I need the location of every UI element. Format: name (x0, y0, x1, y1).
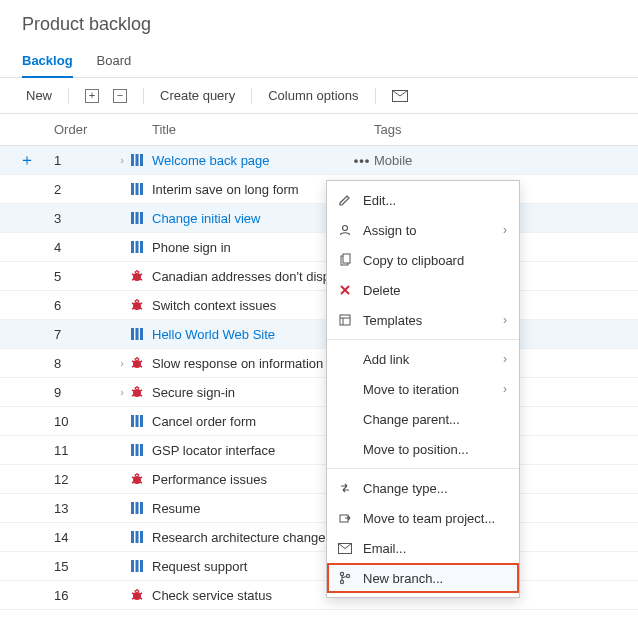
expand-toggle[interactable]: › (114, 386, 130, 398)
table-row[interactable]: 2Interim save on long form (0, 175, 638, 204)
menu-item-label: Edit... (363, 193, 507, 208)
menu-item-change-type[interactable]: Change type... (327, 473, 519, 503)
svg-line-34 (132, 361, 134, 362)
add-row-button[interactable]: ＋ (0, 150, 54, 171)
expand-toggle[interactable]: › (114, 357, 130, 369)
svg-point-40 (133, 389, 141, 397)
column-options-button[interactable]: Column options (264, 86, 362, 105)
row-title: Check service status (152, 588, 350, 603)
table-row[interactable]: 15Request support (0, 552, 638, 581)
bug-icon (130, 356, 152, 370)
row-order: 14 (54, 530, 114, 545)
svg-line-17 (132, 279, 134, 280)
column-header-order[interactable]: Order (54, 122, 114, 137)
table-row[interactable]: 8›Slow response on information (0, 349, 638, 378)
menu-item-new-branch[interactable]: New branch... (327, 563, 519, 593)
svg-point-90 (340, 580, 343, 583)
svg-point-46 (135, 387, 137, 389)
menu-item-label: Move to iteration (363, 382, 493, 397)
svg-line-18 (140, 279, 142, 280)
svg-line-42 (132, 390, 134, 391)
menu-item-email[interactable]: Email... (327, 533, 519, 563)
menu-item-move-to-iteration[interactable]: Move to iteration› (327, 374, 519, 404)
pbi-icon (130, 211, 152, 225)
row-title: Canadian addresses don't disp (152, 269, 350, 284)
create-query-button[interactable]: Create query (156, 86, 239, 105)
table-row[interactable]: 11GSP locator interface (0, 436, 638, 465)
tab-label: Board (97, 53, 132, 68)
table-row[interactable]: 4Phone sign in (0, 233, 638, 262)
menu-item-add-link[interactable]: Add link› (327, 344, 519, 374)
tab-backlog[interactable]: Backlog (22, 47, 73, 78)
pbi-icon (130, 443, 152, 457)
table-row[interactable]: 3Change initial view (0, 204, 638, 233)
table-row[interactable]: 10Cancel order form (0, 407, 638, 436)
row-title: Phone sign in (152, 240, 350, 255)
tab-board[interactable]: Board (97, 47, 132, 77)
row-order: 13 (54, 501, 114, 516)
table-row[interactable]: 6Switch context issues (0, 291, 638, 320)
row-order: 5 (54, 269, 114, 284)
table-row[interactable]: ＋1›Welcome back page•••Mobile (0, 146, 638, 175)
svg-rect-67 (140, 531, 143, 543)
pbi-icon (130, 501, 152, 515)
email-toolbar-button[interactable] (388, 88, 412, 104)
menu-item-edit[interactable]: Edit... (327, 185, 519, 215)
column-header-title[interactable]: Title (152, 122, 350, 137)
blank-icon (337, 381, 353, 397)
column-header-tags[interactable]: Tags (374, 122, 638, 137)
row-title[interactable]: Hello World Web Site (152, 327, 350, 342)
blank-icon (337, 351, 353, 367)
blank-icon (337, 441, 353, 457)
ellipsis-icon: ••• (354, 153, 371, 168)
change-type-icon (337, 480, 353, 496)
row-title: Switch context issues (152, 298, 350, 313)
table-row[interactable]: 14Research architecture changes (0, 523, 638, 552)
row-tags: Mobile (374, 153, 638, 168)
table-row[interactable]: 12Performance issues (0, 465, 638, 494)
svg-point-89 (340, 572, 343, 575)
svg-rect-81 (343, 254, 350, 263)
menu-item-change-parent[interactable]: Change parent... (327, 404, 519, 434)
row-order: 2 (54, 182, 114, 197)
row-title-text: Canadian addresses don't disp (152, 269, 330, 284)
row-title[interactable]: Welcome back page (152, 153, 350, 168)
edit-icon (337, 192, 353, 208)
menu-item-copy-to-clipboard[interactable]: Copy to clipboard (327, 245, 519, 275)
svg-line-74 (140, 593, 142, 594)
row-title-text: Performance issues (152, 472, 267, 487)
expand-toggle[interactable]: › (114, 154, 130, 166)
row-actions-button[interactable]: ••• (350, 153, 374, 168)
svg-line-26 (140, 308, 142, 309)
row-title: Secure sign-in (152, 385, 350, 400)
table-row[interactable]: 5Canadian addresses don't disp (0, 262, 638, 291)
row-title: Research architecture changes (152, 530, 350, 545)
new-button[interactable]: New (22, 86, 56, 105)
table-row[interactable]: 9›Secure sign-in (0, 378, 638, 407)
pbi-icon (130, 559, 152, 573)
svg-rect-6 (140, 183, 143, 195)
svg-point-13 (133, 273, 141, 281)
menu-item-move-to-team-project[interactable]: Move to team project... (327, 503, 519, 533)
branch-icon (337, 570, 353, 586)
row-title[interactable]: Change initial view (152, 211, 350, 226)
add-item-button[interactable]: + (81, 87, 103, 105)
menu-item-label: Change type... (363, 481, 507, 496)
menu-item-templates[interactable]: Templates› (327, 305, 519, 335)
svg-rect-29 (131, 328, 134, 340)
table-row[interactable]: 16Check service status (0, 581, 638, 610)
menu-item-label: Assign to (363, 223, 493, 238)
menu-item-label: Move to team project... (363, 511, 507, 526)
menu-item-move-to-position[interactable]: Move to position... (327, 434, 519, 464)
svg-line-36 (132, 366, 134, 367)
chevron-right-icon: › (503, 382, 507, 396)
svg-line-16 (140, 274, 142, 275)
table-row[interactable]: 7Hello World Web Site (0, 320, 638, 349)
svg-rect-7 (131, 212, 134, 224)
table-row[interactable]: 13Resume (0, 494, 638, 523)
menu-item-assign-to[interactable]: Assign to› (327, 215, 519, 245)
remove-item-button[interactable]: − (109, 87, 131, 105)
svg-rect-51 (131, 444, 134, 456)
svg-rect-69 (136, 560, 139, 572)
menu-item-delete[interactable]: Delete (327, 275, 519, 305)
